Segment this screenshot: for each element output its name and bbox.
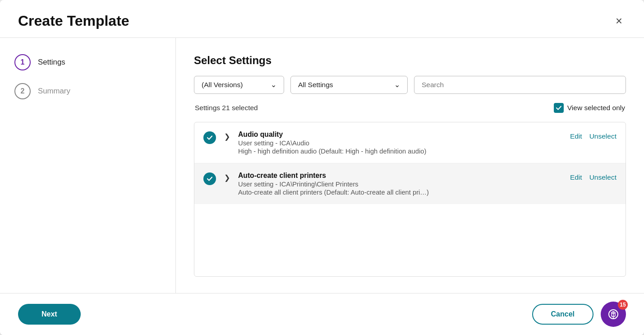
modal: Create Template × 1 Settings 2 Summary S… xyxy=(0,0,644,335)
view-selected-label: View selected only xyxy=(567,104,625,112)
table-row: ❯ Auto-create client printers User setti… xyxy=(194,163,626,204)
version-value: (All Versions) xyxy=(202,81,243,89)
view-selected-row[interactable]: View selected only xyxy=(554,103,625,113)
version-dropdown[interactable]: (All Versions) ⌄ xyxy=(194,76,284,94)
cancel-button[interactable]: Cancel xyxy=(532,304,593,325)
edit-button-1[interactable]: Edit xyxy=(570,132,582,140)
notification-icon xyxy=(607,308,620,321)
next-button[interactable]: Next xyxy=(18,304,81,325)
setting-value-1: High - high definition audio (Default: H… xyxy=(238,148,564,155)
content-area: Select Settings (All Versions) ⌄ All Set… xyxy=(176,38,644,293)
filters-row: (All Versions) ⌄ All Settings ⌄ xyxy=(194,76,626,94)
notification-badge: 15 xyxy=(618,300,628,310)
settings-list: ❯ Audio quality User setting - ICA\Audio… xyxy=(194,122,626,277)
search-input-wrap[interactable] xyxy=(414,76,626,94)
step-1-settings[interactable]: 1 Settings xyxy=(14,54,161,70)
step-2-circle: 2 xyxy=(14,83,31,99)
close-button[interactable]: × xyxy=(612,14,626,29)
settings-filter-value: All Settings xyxy=(298,81,333,89)
setting-value-2: Auto-create all client printers (Default… xyxy=(238,189,564,196)
selected-count-row: Settings 21 selected View selected only xyxy=(194,103,626,113)
modal-footer: Next Cancel 15 xyxy=(0,293,644,335)
unselect-button-1[interactable]: Unselect xyxy=(589,132,616,140)
search-input[interactable] xyxy=(422,81,618,89)
modal-body: 1 Settings 2 Summary Select Settings (Al… xyxy=(0,38,644,293)
setting-checked-icon-2 xyxy=(203,172,216,185)
settings-filter-chevron-icon: ⌄ xyxy=(394,81,400,89)
selected-count-text: Settings 21 selected xyxy=(195,104,258,112)
content-title: Select Settings xyxy=(194,54,626,67)
table-row: ❯ Audio quality User setting - ICA\Audio… xyxy=(194,122,626,163)
setting-path-1: User setting - ICA\Audio xyxy=(238,140,564,147)
edit-button-2[interactable]: Edit xyxy=(570,173,582,181)
expand-chevron-icon-1[interactable]: ❯ xyxy=(222,131,232,142)
setting-actions-1: Edit Unselect xyxy=(570,132,616,140)
settings-filter-dropdown[interactable]: All Settings ⌄ xyxy=(290,76,408,94)
view-selected-checkbox[interactable] xyxy=(554,103,564,113)
setting-path-2: User setting - ICA\Printing\Client Print… xyxy=(238,181,564,188)
setting-name-2: Auto-create client printers xyxy=(238,172,564,180)
setting-info-1: Audio quality User setting - ICA\Audio H… xyxy=(238,130,564,155)
setting-actions-2: Edit Unselect xyxy=(570,173,616,181)
notification-fab[interactable]: 15 xyxy=(601,302,626,327)
step-1-label: Settings xyxy=(38,58,65,67)
sidebar: 1 Settings 2 Summary xyxy=(0,38,176,293)
expand-chevron-icon-2[interactable]: ❯ xyxy=(222,172,232,183)
footer-right: Cancel 15 xyxy=(532,302,626,327)
unselect-button-2[interactable]: Unselect xyxy=(589,173,616,181)
setting-checked-icon-1 xyxy=(203,131,216,144)
step-2-label: Summary xyxy=(38,87,70,96)
setting-info-2: Auto-create client printers User setting… xyxy=(238,172,564,196)
modal-title: Create Template xyxy=(18,13,129,29)
setting-name-1: Audio quality xyxy=(238,130,564,139)
step-2-summary[interactable]: 2 Summary xyxy=(14,83,161,99)
step-1-circle: 1 xyxy=(14,54,31,70)
modal-header: Create Template × xyxy=(0,0,644,38)
version-chevron-icon: ⌄ xyxy=(271,81,276,89)
